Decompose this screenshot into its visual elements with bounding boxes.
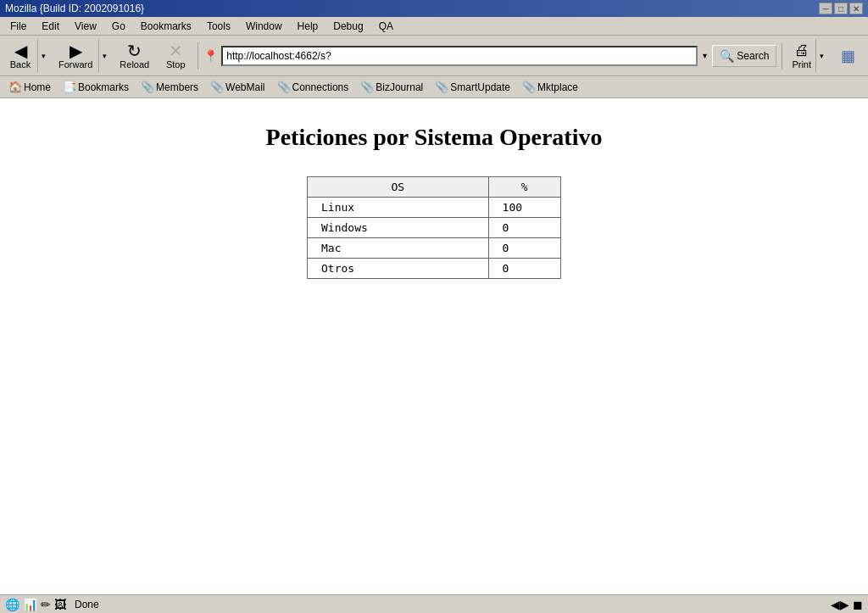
back-dropdown-arrow[interactable]: ▾ — [37, 39, 49, 73]
menubar-item-window[interactable]: Window — [239, 19, 289, 34]
statusbar-icon-1[interactable]: 🌐 — [5, 598, 19, 611]
forward-icon: ▶ — [70, 42, 82, 59]
menubar: FileEditViewGoBookmarksToolsWindowHelpDe… — [0, 17, 868, 36]
table-row: Linux100 — [308, 198, 561, 218]
statusbar-right: ◀▶ ◼ — [831, 598, 863, 611]
bookmark-icon: 📎 — [435, 81, 448, 93]
stop-icon: ✕ — [169, 42, 183, 59]
menubar-item-file[interactable]: File — [3, 19, 33, 34]
statusbar-icon-3[interactable]: ✏ — [41, 598, 51, 611]
bookmark-label: Mktplace — [537, 81, 578, 93]
os-cell: Otros — [308, 259, 489, 279]
table-row: Otros0 — [308, 259, 561, 279]
statusbar: 🌐 📊 ✏ 🖼 Done ◀▶ ◼ — [0, 594, 868, 613]
menubar-item-bookmarks[interactable]: Bookmarks — [134, 19, 198, 34]
print-button[interactable]: 🖨 Print — [787, 39, 815, 73]
col-header-os: OS — [308, 177, 489, 198]
bookmarks-bar: 🏠Home📑Bookmarks📎Members📎WebMail📎Connecti… — [0, 76, 868, 98]
menubar-item-go[interactable]: Go — [105, 19, 132, 34]
bookmark-label: WebMail — [225, 81, 264, 93]
menubar-item-debug[interactable]: Debug — [326, 19, 370, 34]
pct-cell: 0 — [488, 218, 560, 238]
back-group: ◀ Back ▾ — [3, 39, 49, 73]
statusbar-icon-2[interactable]: 📊 — [23, 598, 37, 611]
maximize-button[interactable]: □ — [834, 3, 848, 14]
back-icon: ◀ — [14, 42, 27, 59]
forward-label: Forward — [58, 59, 92, 70]
bookmark-icon: 📎 — [522, 81, 536, 93]
pct-cell: 0 — [488, 259, 560, 279]
bookmark-label: SmartUpdate — [450, 81, 510, 93]
bookmark-item-bizjournal[interactable]: 📎BizJournal — [355, 79, 428, 95]
bookmark-label: BizJournal — [376, 81, 423, 93]
menubar-item-qa[interactable]: QA — [372, 19, 400, 34]
bookmark-item-members[interactable]: 📎Members — [136, 79, 203, 95]
menubar-item-help[interactable]: Help — [291, 19, 326, 34]
search-button[interactable]: 🔍 Search — [712, 45, 776, 67]
os-cell: Linux — [308, 198, 489, 218]
pct-cell: 100 — [488, 198, 560, 218]
bookmark-item-connections[interactable]: 📎Connections — [272, 79, 354, 95]
reload-icon: ↻ — [127, 42, 142, 59]
urlbar-area: 📍 ▾ — [203, 46, 709, 66]
forward-dropdown-arrow[interactable]: ▾ — [98, 39, 110, 73]
print-dropdown-arrow[interactable]: ▾ — [815, 39, 827, 73]
extra-button[interactable]: ▦ — [831, 39, 865, 73]
bookmark-item-smartupdate[interactable]: 📎SmartUpdate — [430, 79, 515, 95]
nav-separator — [198, 42, 198, 70]
bookmark-label: Members — [156, 81, 198, 93]
statusbar-right-icon-2[interactable]: ◼ — [853, 598, 863, 611]
statusbar-right-icon-1[interactable]: ◀▶ — [831, 598, 849, 611]
table-container: OS % Linux100Windows0Mac0Otros0 — [17, 176, 851, 279]
close-button[interactable]: ✕ — [849, 3, 863, 14]
titlebar: Mozilla {Build ID: 2002091016} ─ □ ✕ — [0, 0, 868, 17]
bookmark-icon: 📎 — [360, 81, 374, 93]
bookmark-icon: 📎 — [277, 81, 291, 93]
statusbar-icon-4[interactable]: 🖼 — [54, 598, 66, 611]
location-icon: 📍 — [203, 49, 218, 63]
extra-icon: ▦ — [841, 47, 855, 65]
search-label: Search — [737, 50, 769, 62]
bookmark-icon: 📎 — [210, 81, 224, 93]
print-label: Print — [792, 59, 811, 70]
reload-label: Reload — [120, 59, 149, 70]
bookmark-icon: 📑 — [63, 81, 76, 93]
bookmark-label: Connections — [292, 81, 349, 93]
pct-cell: 0 — [488, 238, 560, 259]
os-table: OS % Linux100Windows0Mac0Otros0 — [307, 176, 561, 279]
search-icon: 🔍 — [720, 49, 734, 63]
content-area: Peticiones por Sistema Operativo OS % Li… — [0, 98, 868, 594]
statusbar-left: 🌐 📊 ✏ 🖼 Done — [5, 598, 99, 611]
reload-button[interactable]: ↻ Reload — [114, 39, 155, 73]
stop-button[interactable]: ✕ Stop — [159, 39, 192, 73]
table-row: Windows0 — [308, 218, 561, 238]
url-input[interactable] — [221, 46, 698, 66]
bookmark-label: Bookmarks — [78, 81, 129, 93]
forward-button[interactable]: ▶ Forward — [53, 39, 98, 73]
stop-label: Stop — [166, 59, 186, 70]
page-title: Peticiones por Sistema Operativo — [17, 124, 851, 151]
status-text: Done — [75, 599, 99, 610]
menubar-item-tools[interactable]: Tools — [200, 19, 237, 34]
titlebar-buttons: ─ □ ✕ — [819, 3, 863, 14]
print-group: 🖨 Print ▾ — [787, 39, 827, 73]
minimize-button[interactable]: ─ — [819, 3, 832, 14]
bookmark-item-home[interactable]: 🏠Home — [3, 79, 56, 95]
navbar: ◀ Back ▾ ▶ Forward ▾ ↻ Reload ✕ Stop 📍 ▾… — [0, 36, 868, 76]
os-cell: Windows — [308, 218, 489, 238]
title-text: Mozilla {Build ID: 2002091016} — [5, 3, 144, 14]
bookmark-item-webmail[interactable]: 📎WebMail — [205, 79, 270, 95]
table-row: Mac0 — [308, 238, 561, 259]
bookmark-label: Home — [24, 81, 51, 93]
bookmark-icon: 🏠 — [8, 81, 22, 93]
url-dropdown-arrow[interactable]: ▾ — [701, 51, 709, 60]
back-button[interactable]: ◀ Back — [3, 39, 37, 73]
bookmark-item-bookmarks[interactable]: 📑Bookmarks — [58, 79, 134, 95]
print-icon: 🖨 — [794, 42, 810, 59]
print-separator — [782, 42, 782, 70]
back-label: Back — [10, 59, 31, 70]
col-header-pct: % — [488, 177, 560, 198]
menubar-item-edit[interactable]: Edit — [35, 19, 66, 34]
menubar-item-view[interactable]: View — [68, 19, 103, 34]
bookmark-item-mktplace[interactable]: 📎Mktplace — [517, 79, 583, 95]
